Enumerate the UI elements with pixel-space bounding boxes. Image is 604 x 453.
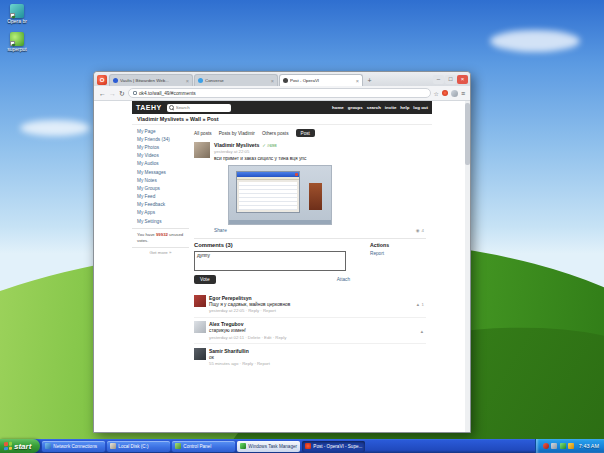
bookmark-star-icon[interactable]: ☆ bbox=[434, 90, 439, 97]
opera-menu-button[interactable]: O bbox=[97, 75, 107, 85]
taskbar-button-control-panel[interactable]: Control Panel bbox=[172, 441, 235, 452]
vote-up-icon[interactable]: ▲ bbox=[416, 302, 420, 307]
commenter-avatar[interactable] bbox=[194, 321, 206, 333]
minimize-button[interactable]: – bbox=[433, 75, 444, 84]
tab-posts-by-vladimir[interactable]: Posts by Vladimir bbox=[219, 131, 255, 136]
report-link[interactable]: Report bbox=[370, 251, 426, 256]
nav-help[interactable]: help bbox=[400, 105, 409, 110]
forward-icon[interactable]: → bbox=[109, 90, 116, 97]
sidebar-item-my-audios[interactable]: My Audios bbox=[132, 160, 189, 168]
page-scrollbar[interactable] bbox=[465, 101, 470, 432]
shortcut-arrow-icon bbox=[10, 13, 15, 18]
tab-others-posts[interactable]: Others posts bbox=[262, 131, 289, 136]
desktop-icon-superput[interactable]: superput bbox=[0, 32, 39, 53]
comment-meta[interactable]: yesterday at 02:11 · Delete · Edit · Rep… bbox=[209, 335, 417, 340]
browser-tab-bitwarden[interactable]: Vaults | Bitwarden Web... × bbox=[109, 74, 193, 86]
attach-link[interactable]: Attach bbox=[337, 277, 350, 282]
new-tab-button[interactable]: + bbox=[364, 75, 375, 86]
taskbar-button-network-connections[interactable]: Network Connections bbox=[42, 441, 105, 452]
updates-tray-icon[interactable] bbox=[568, 443, 574, 449]
nav-home[interactable]: home bbox=[332, 105, 344, 110]
sidebar-item-my-apps[interactable]: My Apps bbox=[132, 209, 189, 217]
sidebar-item-my-groups[interactable]: My Groups bbox=[132, 184, 189, 192]
browser-menu-icon[interactable]: ≡ bbox=[461, 90, 465, 97]
screenshot-menubar bbox=[237, 177, 299, 180]
comment-votes[interactable]: ▲ 1 bbox=[416, 297, 424, 314]
sidebar-item-my-photos[interactable]: My Photos bbox=[132, 143, 189, 151]
post-image[interactable] bbox=[228, 165, 332, 225]
back-icon[interactable]: ← bbox=[99, 90, 106, 97]
tab-close-icon[interactable]: × bbox=[356, 78, 359, 84]
post-body: Vladimir Myslivets ✓ #698 yesterday at 2… bbox=[214, 142, 426, 233]
sidebar-item-my-notes[interactable]: My Notes bbox=[132, 176, 189, 184]
tab-close-icon[interactable]: × bbox=[186, 78, 189, 84]
commenter-name[interactable]: Alex Tregubov bbox=[209, 321, 417, 327]
security-tray-icon[interactable] bbox=[543, 443, 549, 449]
taskbar-button-task-manager[interactable]: Windows Task Manager bbox=[237, 441, 300, 452]
desktop-icon-opera[interactable]: Opera br bbox=[0, 4, 39, 25]
votes-count: 99932 bbox=[156, 232, 168, 237]
comment-text: ок bbox=[209, 355, 424, 360]
nav-logout[interactable]: log out bbox=[413, 105, 428, 110]
maximize-button[interactable]: □ bbox=[445, 75, 456, 84]
vote-up-icon[interactable]: ▲ bbox=[420, 329, 424, 334]
commenter-name[interactable]: Egor Perepelitsyn bbox=[209, 295, 413, 301]
screenshot-taskbar bbox=[229, 220, 331, 224]
taskbar-clock[interactable]: 7:43 AM bbox=[579, 443, 599, 449]
post-text: вси примет и заказ сицилс у тина вця упс bbox=[214, 156, 426, 162]
submit-comment-button[interactable]: Vote bbox=[194, 275, 216, 284]
comments-header-row: Comments (3) дуппу Vote Attach Actions R… bbox=[194, 242, 426, 284]
page-viewport: TAEHY home groups search invite help log… bbox=[94, 101, 470, 432]
commenter-name[interactable]: Samir Sharifullin bbox=[209, 348, 424, 354]
sidebar-item-my-feed[interactable]: My Feed bbox=[132, 193, 189, 201]
comment-input[interactable]: дуппу bbox=[194, 251, 346, 271]
comment-item: Samir Sharifullin ок 55 minutes ago · Re… bbox=[194, 343, 426, 370]
get-more-link[interactable]: Get more » bbox=[132, 248, 189, 257]
sidebar-item-my-videos[interactable]: My Videos bbox=[132, 152, 189, 160]
taskbar-button-local-disk[interactable]: Local Disk (C:) bbox=[107, 441, 170, 452]
post-author-name[interactable]: Vladimir Myslivets bbox=[214, 142, 259, 148]
tab-all-posts[interactable]: All posts bbox=[194, 131, 212, 136]
commenter-avatar[interactable] bbox=[194, 295, 206, 307]
taskbar-button-opera-active[interactable]: Post - OperaVI - Supe... bbox=[302, 441, 365, 452]
search-input[interactable] bbox=[176, 105, 229, 110]
tab-post-active[interactable]: Post bbox=[296, 129, 315, 137]
sidebar-item-my-page[interactable]: My Page bbox=[132, 127, 189, 135]
tab-favicon bbox=[283, 78, 288, 83]
close-button[interactable]: × bbox=[457, 75, 468, 84]
nav-search[interactable]: search bbox=[367, 105, 381, 110]
tab-close-icon[interactable]: × bbox=[271, 78, 274, 84]
site-search[interactable] bbox=[167, 104, 231, 112]
windows-logo-icon bbox=[4, 442, 12, 451]
nav-groups[interactable]: groups bbox=[348, 105, 363, 110]
share-link[interactable]: Share bbox=[214, 228, 227, 233]
reload-icon[interactable]: ↻ bbox=[119, 90, 125, 97]
network-tray-icon[interactable] bbox=[560, 443, 566, 449]
sidebar-item-my-friends[interactable]: My Friends (34) bbox=[132, 135, 189, 143]
browser-tab-converse[interactable]: Converse × bbox=[194, 74, 278, 86]
browser-tab-post-active[interactable]: Post - OperaVI × bbox=[279, 74, 363, 86]
volume-tray-icon[interactable] bbox=[551, 443, 557, 449]
comment-meta[interactable]: 55 minutes ago · Reply · Report bbox=[209, 361, 424, 366]
post-author-avatar[interactable] bbox=[194, 142, 210, 158]
nav-invite[interactable]: invite bbox=[385, 105, 396, 110]
extension-icon[interactable] bbox=[442, 90, 448, 96]
address-bar: ← → ↻ ok4.to/wall_49/#comments ☆ ≡ bbox=[94, 86, 470, 101]
comment-text: Пщу я у садовык, майнов церковнов bbox=[209, 302, 413, 307]
votes-text: You have bbox=[137, 232, 156, 237]
site-body: My Page My Friends (34) My Photos My Vid… bbox=[132, 125, 432, 432]
sidebar-item-my-settings[interactable]: My Settings bbox=[132, 217, 189, 225]
commenter-avatar[interactable] bbox=[194, 348, 206, 360]
url-field[interactable]: ok4.to/wall_49/#comments bbox=[128, 88, 431, 98]
start-button[interactable]: start bbox=[0, 439, 40, 453]
sidebar-item-my-feedback[interactable]: My Feedback bbox=[132, 201, 189, 209]
sidebar-item-my-messages[interactable]: My Messages bbox=[132, 168, 189, 176]
task-manager-icon bbox=[240, 443, 246, 449]
site-logo[interactable]: TAEHY bbox=[136, 104, 162, 111]
profile-icon[interactable] bbox=[451, 90, 458, 97]
comment-meta[interactable]: yesterday at 22:05 · Reply · Report bbox=[209, 308, 413, 313]
comment-votes[interactable]: ▲ bbox=[420, 323, 424, 340]
scrollbar-thumb[interactable] bbox=[465, 103, 470, 165]
cloud bbox=[20, 120, 90, 136]
views-count: 4 bbox=[422, 228, 424, 233]
